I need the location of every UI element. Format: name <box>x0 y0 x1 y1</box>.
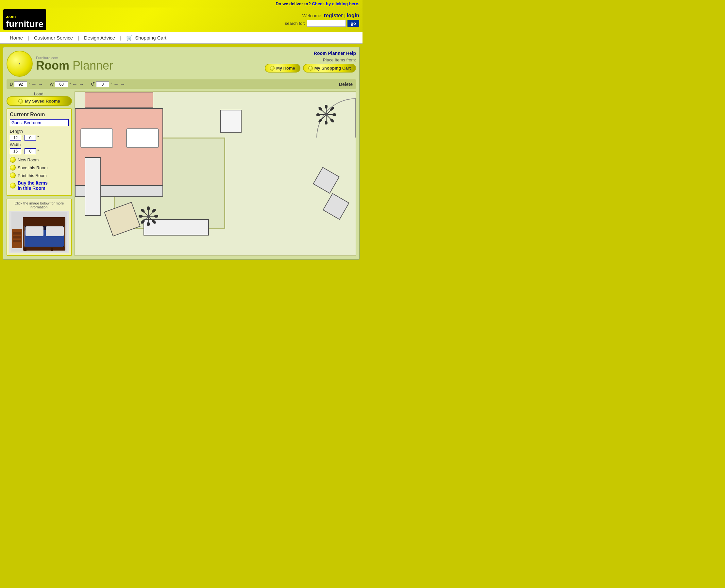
planner-room-planner-title: Room Planner <box>36 60 113 71</box>
plant-top-right[interactable] <box>317 105 336 124</box>
nav-home[interactable]: Home <box>5 35 28 41</box>
planner-container: ● Furniture.com Room Planner Room Planne… <box>3 47 360 260</box>
place-items-buttons: My Home My Shopping Cart <box>265 64 356 72</box>
svg-rect-14 <box>51 248 53 251</box>
main-content: ● Furniture.com Room Planner Room Planne… <box>0 44 363 262</box>
print-room-label: Print this Room <box>18 173 47 178</box>
current-room-title: Current Room <box>10 112 69 118</box>
product-image-hint: Click the image below for more informati… <box>9 201 69 209</box>
room-canvas[interactable] <box>75 91 356 256</box>
rotate-input[interactable] <box>96 81 109 87</box>
controls-row: D " ← → W " ← → ↺ ° ← → Delete <box>6 79 356 89</box>
buy-items-circle <box>10 183 16 188</box>
new-room-action[interactable]: New Room <box>10 157 69 163</box>
planner-top-right: Room Planner Help Place Items from: My H… <box>265 50 356 72</box>
logo-area: .com furniture <box>3 9 46 30</box>
width-control: W " ← → <box>50 81 84 87</box>
w-unit: " <box>69 82 71 87</box>
print-room-action[interactable]: Print this Room <box>10 172 69 178</box>
new-room-label: New Room <box>18 158 39 162</box>
bed-headboard <box>85 92 153 108</box>
planner-body: Load: My Saved Rooms Current Room Length… <box>6 91 356 256</box>
bed-product-image <box>12 212 67 252</box>
room-planner-help-link[interactable]: Room Planner Help <box>265 50 356 56</box>
width-input[interactable] <box>55 81 68 87</box>
d-label: D <box>10 82 13 87</box>
my-shopping-cart-button[interactable]: My Shopping Cart <box>303 64 356 72</box>
svg-point-46 <box>139 215 143 218</box>
rotate-control: ↺ ° ← → <box>90 81 125 87</box>
product-image-area[interactable] <box>9 211 69 253</box>
register-link[interactable]: register <box>324 13 343 18</box>
room-name-input[interactable] <box>10 119 69 126</box>
room-actions: New Room Save this Room Print this Room <box>10 157 69 191</box>
welcome-text: Welcome! <box>302 13 323 18</box>
rotate-arrow-left: ← <box>114 81 119 87</box>
depth-control: D " ← → <box>10 81 43 87</box>
product-image-box[interactable]: Click the image below for more informati… <box>6 198 72 256</box>
planner-top: ● Furniture.com Room Planner Room Planne… <box>6 50 356 77</box>
angled-item-1[interactable] <box>313 167 340 194</box>
current-room-box: Current Room Length ' " Width <box>6 108 72 196</box>
svg-point-48 <box>147 215 150 218</box>
bed-pillow-left <box>80 128 113 148</box>
svg-point-40 <box>147 207 150 211</box>
svg-point-23 <box>325 105 327 109</box>
welcome-line: Welcome! register | login <box>285 13 359 19</box>
width-ft-input[interactable] <box>10 148 21 154</box>
my-home-circle <box>270 66 275 70</box>
save-room-action[interactable]: Save this Room <box>10 165 69 170</box>
length-ft-input[interactable] <box>10 135 21 141</box>
plant-bottom-left[interactable] <box>139 207 161 229</box>
svg-rect-3 <box>13 236 21 238</box>
delivery-link[interactable]: Check by clicking here. <box>312 1 359 6</box>
width-inputs: ' " <box>10 148 69 154</box>
w-label: W <box>50 82 54 87</box>
nightstand-right[interactable] <box>220 110 242 133</box>
delivery-bar: Do we deliver to? Check by clicking here… <box>0 0 363 7</box>
buy-items-action[interactable]: Buy the Items in this Room <box>10 180 69 191</box>
place-items-label: Place Items from: <box>265 58 356 62</box>
angled-item-2[interactable] <box>323 193 349 220</box>
save-room-circle <box>10 165 16 170</box>
width-label: Width <box>10 142 21 147</box>
delete-button[interactable]: Delete <box>339 82 353 87</box>
nav-design-advice[interactable]: Design Advice <box>79 35 120 41</box>
bottom-bar <box>0 262 363 275</box>
tall-dresser-left[interactable] <box>85 157 101 216</box>
cart-icon: 🛒 <box>126 35 133 41</box>
planner-logo: ● Furniture.com Room Planner <box>6 50 113 77</box>
search-input[interactable] <box>307 20 346 27</box>
rotate-arrow-right: → <box>120 81 125 87</box>
my-saved-rooms-button[interactable]: My Saved Rooms <box>6 97 72 106</box>
plant-icon-bottom <box>139 207 158 226</box>
svg-point-27 <box>325 121 327 124</box>
svg-rect-2 <box>13 232 21 234</box>
svg-point-29 <box>317 113 320 116</box>
login-link[interactable]: login <box>347 13 359 18</box>
my-home-button[interactable]: My Home <box>265 64 300 72</box>
svg-rect-7 <box>23 217 65 226</box>
length-label: Length <box>10 129 23 133</box>
svg-rect-10 <box>25 226 43 236</box>
site-logo[interactable]: .com furniture <box>3 9 46 30</box>
nav-shopping-cart[interactable]: 🛒 Shopping Cart <box>121 35 171 41</box>
save-room-label: Save this Room <box>18 165 48 170</box>
left-sidebar: Load: My Saved Rooms Current Room Length… <box>6 91 72 256</box>
length-in-input[interactable] <box>24 135 36 141</box>
site-header: .com furniture Welcome! register | login… <box>0 7 363 32</box>
rotate-unit: ° <box>110 82 112 87</box>
w-arrow-left: ← <box>72 81 78 87</box>
width-row: Width <box>10 142 69 147</box>
svg-rect-12 <box>23 247 65 251</box>
go-button[interactable]: go <box>347 20 359 27</box>
svg-rect-4 <box>13 240 21 243</box>
load-label: Load: <box>6 91 72 97</box>
buy-items-label: Buy the Items in this Room <box>18 180 48 191</box>
door-line <box>355 98 356 138</box>
depth-input[interactable] <box>14 81 27 87</box>
search-label: search for: <box>285 21 305 26</box>
width-in-input[interactable] <box>24 148 36 154</box>
search-line: search for: go <box>285 20 359 27</box>
nav-customer-service[interactable]: Customer Service <box>29 35 78 41</box>
